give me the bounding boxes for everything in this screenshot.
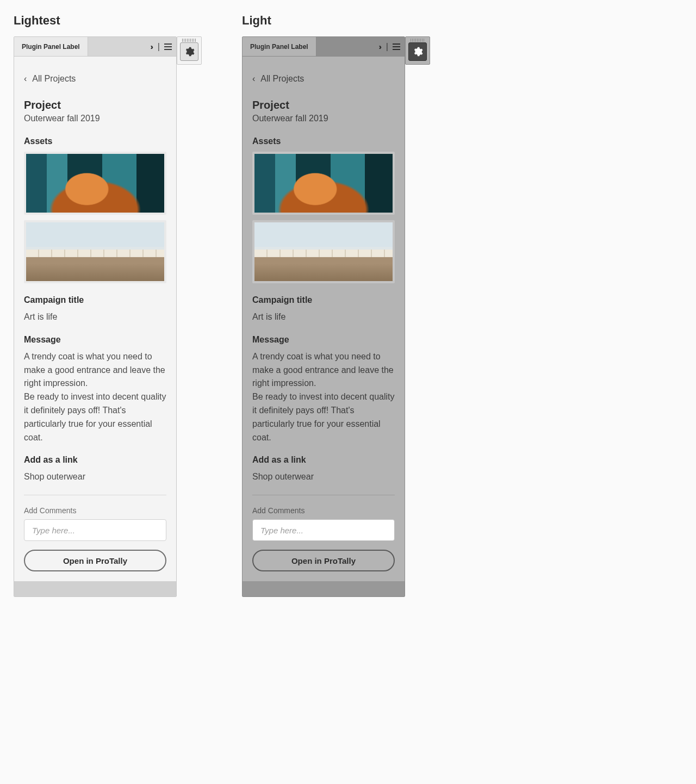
- link-value: Shop outerwear: [252, 470, 395, 484]
- comments-input[interactable]: [24, 519, 166, 541]
- gear-icon: [412, 46, 423, 57]
- panel-tab[interactable]: Plugin Panel Label: [243, 37, 316, 56]
- comments-label: Add Comments: [252, 506, 395, 515]
- drag-grip-icon[interactable]: [182, 39, 196, 42]
- project-heading: Project: [252, 99, 395, 111]
- collapse-arrows-icon[interactable]: ››: [151, 42, 153, 51]
- back-link-label: All Projects: [32, 74, 76, 84]
- asset-thumbnail-2[interactable]: [252, 220, 395, 283]
- back-to-projects[interactable]: ‹ All Projects: [24, 74, 166, 84]
- panel-body: ‹ All Projects Project Outerwear fall 20…: [243, 57, 405, 581]
- link-value: Shop outerwear: [24, 470, 166, 484]
- comments-label: Add Comments: [24, 506, 166, 515]
- chevron-left-icon: ‹: [252, 74, 255, 84]
- campaign-title-value: Art is life: [24, 310, 166, 324]
- panel-header: Plugin Panel Label ›› |: [14, 37, 176, 57]
- assets-heading: Assets: [24, 136, 166, 146]
- plugin-panel: Plugin Panel Label ›› | ‹ All Projects: [242, 36, 405, 597]
- open-in-protally-button[interactable]: Open in ProTally: [24, 550, 166, 571]
- divider: [252, 495, 395, 495]
- link-label: Add as a link: [252, 455, 395, 465]
- assets-heading: Assets: [252, 136, 395, 146]
- asset-thumbnail-2[interactable]: [24, 220, 166, 283]
- campaign-title-value: Art is life: [252, 310, 395, 324]
- link-label: Add as a link: [24, 455, 166, 465]
- project-name: Outerwear fall 2019: [24, 114, 166, 123]
- project-heading: Project: [24, 99, 166, 111]
- variant-title-light: Light: [242, 14, 438, 28]
- panel-menu-icon[interactable]: [164, 43, 172, 50]
- divider: [24, 495, 166, 495]
- message-label: Message: [24, 335, 166, 345]
- panel-tab[interactable]: Plugin Panel Label: [14, 37, 88, 56]
- open-in-protally-button[interactable]: Open in ProTally: [252, 550, 395, 571]
- panel-header: Plugin Panel Label ›› |: [243, 37, 405, 57]
- project-name: Outerwear fall 2019: [252, 114, 395, 123]
- panel-footer: [14, 581, 176, 596]
- campaign-title-label: Campaign title: [24, 295, 166, 305]
- gear-icon: [184, 46, 195, 57]
- panel-body: ‹ All Projects Project Outerwear fall 20…: [14, 57, 176, 581]
- settings-button[interactable]: [408, 42, 427, 61]
- plugin-panel: Plugin Panel Label ›› | ‹ All Projects: [14, 36, 177, 597]
- message-value: A trendy coat is what you need to make a…: [24, 350, 166, 445]
- settings-button[interactable]: [180, 42, 198, 61]
- back-to-projects[interactable]: ‹ All Projects: [252, 74, 395, 84]
- drag-grip-icon[interactable]: [411, 39, 425, 42]
- message-label: Message: [252, 335, 395, 345]
- panel-menu-icon[interactable]: [393, 43, 400, 50]
- comments-input[interactable]: [252, 519, 395, 541]
- variant-title-lightest: Lightest: [14, 14, 209, 28]
- separator: |: [386, 42, 388, 52]
- asset-thumbnail-1[interactable]: [24, 152, 166, 215]
- campaign-title-label: Campaign title: [252, 295, 395, 305]
- collapse-arrows-icon[interactable]: ››: [379, 42, 382, 51]
- back-link-label: All Projects: [260, 74, 304, 84]
- panel-footer: [243, 581, 405, 596]
- settings-dock: [405, 36, 430, 65]
- asset-thumbnail-1[interactable]: [252, 152, 395, 215]
- separator: |: [158, 42, 160, 52]
- settings-dock: [177, 36, 202, 65]
- message-value: A trendy coat is what you need to make a…: [252, 350, 395, 445]
- chevron-left-icon: ‹: [24, 74, 27, 84]
